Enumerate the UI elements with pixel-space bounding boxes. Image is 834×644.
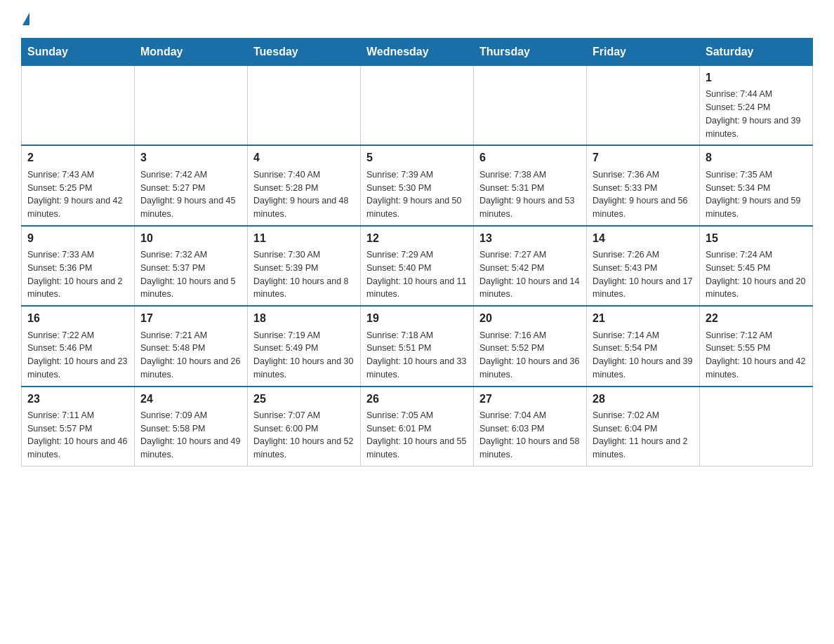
day-info: Sunrise: 7:22 AM Sunset: 5:46 PM Dayligh… <box>27 329 128 382</box>
day-info: Sunrise: 7:11 AM Sunset: 5:57 PM Dayligh… <box>27 409 128 462</box>
day-number: 28 <box>593 391 694 407</box>
calendar-cell <box>474 66 587 146</box>
day-info: Sunrise: 7:14 AM Sunset: 5:54 PM Dayligh… <box>593 329 694 382</box>
day-info: Sunrise: 7:16 AM Sunset: 5:52 PM Dayligh… <box>479 329 581 382</box>
day-info: Sunrise: 7:12 AM Sunset: 5:55 PM Dayligh… <box>706 329 807 382</box>
day-info: Sunrise: 7:38 AM Sunset: 5:31 PM Dayligh… <box>479 168 581 221</box>
day-info: Sunrise: 7:43 AM Sunset: 5:25 PM Dayligh… <box>27 168 128 221</box>
day-number: 24 <box>140 391 241 407</box>
weekday-header-wednesday: Wednesday <box>361 39 474 66</box>
calendar-cell: 5Sunrise: 7:39 AM Sunset: 5:30 PM Daylig… <box>361 145 474 225</box>
day-info: Sunrise: 7:26 AM Sunset: 5:43 PM Dayligh… <box>593 248 694 301</box>
day-info: Sunrise: 7:36 AM Sunset: 5:33 PM Dayligh… <box>593 168 694 221</box>
day-info: Sunrise: 7:40 AM Sunset: 5:28 PM Dayligh… <box>253 168 355 221</box>
calendar-table: SundayMondayTuesdayWednesdayThursdayFrid… <box>21 38 813 467</box>
calendar-cell <box>700 387 813 467</box>
weekday-header-monday: Monday <box>135 39 248 66</box>
day-number: 7 <box>593 150 694 166</box>
weekday-header-saturday: Saturday <box>700 39 813 66</box>
day-number: 2 <box>27 150 128 166</box>
calendar-cell: 14Sunrise: 7:26 AM Sunset: 5:43 PM Dayli… <box>587 226 700 306</box>
day-number: 8 <box>706 150 807 166</box>
day-number: 14 <box>593 231 694 246</box>
day-info: Sunrise: 7:02 AM Sunset: 6:04 PM Dayligh… <box>593 409 694 462</box>
calendar-week-row: 23Sunrise: 7:11 AM Sunset: 5:57 PM Dayli… <box>22 387 813 467</box>
day-number: 19 <box>366 311 468 326</box>
day-info: Sunrise: 7:05 AM Sunset: 6:01 PM Dayligh… <box>366 409 468 462</box>
weekday-header-friday: Friday <box>587 39 700 66</box>
day-number: 23 <box>27 391 128 407</box>
calendar-cell: 28Sunrise: 7:02 AM Sunset: 6:04 PM Dayli… <box>587 387 700 467</box>
calendar-cell: 19Sunrise: 7:18 AM Sunset: 5:51 PM Dayli… <box>361 306 474 386</box>
day-number: 1 <box>706 70 807 86</box>
calendar-week-row: 16Sunrise: 7:22 AM Sunset: 5:46 PM Dayli… <box>22 306 813 386</box>
page-header <box>21 14 813 27</box>
calendar-cell: 23Sunrise: 7:11 AM Sunset: 5:57 PM Dayli… <box>22 387 135 467</box>
weekday-header-sunday: Sunday <box>22 39 135 66</box>
calendar-cell: 3Sunrise: 7:42 AM Sunset: 5:27 PM Daylig… <box>135 145 248 225</box>
weekday-header-tuesday: Tuesday <box>248 39 361 66</box>
calendar-cell: 7Sunrise: 7:36 AM Sunset: 5:33 PM Daylig… <box>587 145 700 225</box>
day-info: Sunrise: 7:39 AM Sunset: 5:30 PM Dayligh… <box>366 168 468 221</box>
day-number: 10 <box>140 231 241 246</box>
day-info: Sunrise: 7:21 AM Sunset: 5:48 PM Dayligh… <box>140 329 241 382</box>
day-number: 4 <box>253 150 355 166</box>
logo <box>21 14 31 27</box>
calendar-cell <box>135 66 248 146</box>
calendar-cell: 20Sunrise: 7:16 AM Sunset: 5:52 PM Dayli… <box>474 306 587 386</box>
calendar-cell: 17Sunrise: 7:21 AM Sunset: 5:48 PM Dayli… <box>135 306 248 386</box>
day-number: 22 <box>706 311 807 326</box>
day-number: 11 <box>253 231 355 246</box>
day-number: 25 <box>253 391 355 407</box>
day-info: Sunrise: 7:33 AM Sunset: 5:36 PM Dayligh… <box>27 248 128 301</box>
day-number: 5 <box>366 150 468 166</box>
day-number: 27 <box>479 391 581 407</box>
day-number: 15 <box>706 231 807 246</box>
day-number: 17 <box>140 311 241 326</box>
calendar-cell <box>361 66 474 146</box>
day-info: Sunrise: 7:30 AM Sunset: 5:39 PM Dayligh… <box>253 248 355 301</box>
calendar-cell <box>587 66 700 146</box>
weekday-header-thursday: Thursday <box>474 39 587 66</box>
day-info: Sunrise: 7:09 AM Sunset: 5:58 PM Dayligh… <box>140 409 241 462</box>
day-number: 3 <box>140 150 241 166</box>
day-number: 20 <box>479 311 581 326</box>
day-info: Sunrise: 7:29 AM Sunset: 5:40 PM Dayligh… <box>366 248 468 301</box>
calendar-cell <box>22 66 135 146</box>
calendar-cell: 27Sunrise: 7:04 AM Sunset: 6:03 PM Dayli… <box>474 387 587 467</box>
logo-triangle-icon <box>22 13 29 25</box>
calendar-cell: 4Sunrise: 7:40 AM Sunset: 5:28 PM Daylig… <box>248 145 361 225</box>
day-info: Sunrise: 7:27 AM Sunset: 5:42 PM Dayligh… <box>479 248 581 301</box>
calendar-cell: 26Sunrise: 7:05 AM Sunset: 6:01 PM Dayli… <box>361 387 474 467</box>
day-number: 21 <box>593 311 694 326</box>
calendar-cell: 22Sunrise: 7:12 AM Sunset: 5:55 PM Dayli… <box>700 306 813 386</box>
day-info: Sunrise: 7:35 AM Sunset: 5:34 PM Dayligh… <box>706 168 807 221</box>
day-info: Sunrise: 7:42 AM Sunset: 5:27 PM Dayligh… <box>140 168 241 221</box>
calendar-cell: 1Sunrise: 7:44 AM Sunset: 5:24 PM Daylig… <box>700 66 813 146</box>
calendar-cell: 2Sunrise: 7:43 AM Sunset: 5:25 PM Daylig… <box>22 145 135 225</box>
day-number: 26 <box>366 391 468 407</box>
day-number: 9 <box>27 231 128 246</box>
day-info: Sunrise: 7:32 AM Sunset: 5:37 PM Dayligh… <box>140 248 241 301</box>
calendar-week-row: 2Sunrise: 7:43 AM Sunset: 5:25 PM Daylig… <box>22 145 813 225</box>
day-info: Sunrise: 7:44 AM Sunset: 5:24 PM Dayligh… <box>706 88 807 140</box>
day-number: 18 <box>253 311 355 326</box>
day-number: 12 <box>366 231 468 246</box>
day-info: Sunrise: 7:04 AM Sunset: 6:03 PM Dayligh… <box>479 409 581 462</box>
day-info: Sunrise: 7:24 AM Sunset: 5:45 PM Dayligh… <box>706 248 807 301</box>
day-number: 16 <box>27 311 128 326</box>
calendar-cell: 10Sunrise: 7:32 AM Sunset: 5:37 PM Dayli… <box>135 226 248 306</box>
calendar-cell: 13Sunrise: 7:27 AM Sunset: 5:42 PM Dayli… <box>474 226 587 306</box>
calendar-cell: 21Sunrise: 7:14 AM Sunset: 5:54 PM Dayli… <box>587 306 700 386</box>
calendar-cell: 9Sunrise: 7:33 AM Sunset: 5:36 PM Daylig… <box>22 226 135 306</box>
calendar-cell: 6Sunrise: 7:38 AM Sunset: 5:31 PM Daylig… <box>474 145 587 225</box>
calendar-cell: 11Sunrise: 7:30 AM Sunset: 5:39 PM Dayli… <box>248 226 361 306</box>
calendar-cell: 25Sunrise: 7:07 AM Sunset: 6:00 PM Dayli… <box>248 387 361 467</box>
weekday-header-row: SundayMondayTuesdayWednesdayThursdayFrid… <box>22 39 813 66</box>
day-info: Sunrise: 7:07 AM Sunset: 6:00 PM Dayligh… <box>253 409 355 462</box>
calendar-cell: 24Sunrise: 7:09 AM Sunset: 5:58 PM Dayli… <box>135 387 248 467</box>
day-number: 13 <box>479 231 581 246</box>
calendar-cell <box>248 66 361 146</box>
calendar-cell: 8Sunrise: 7:35 AM Sunset: 5:34 PM Daylig… <box>700 145 813 225</box>
calendar-cell: 12Sunrise: 7:29 AM Sunset: 5:40 PM Dayli… <box>361 226 474 306</box>
